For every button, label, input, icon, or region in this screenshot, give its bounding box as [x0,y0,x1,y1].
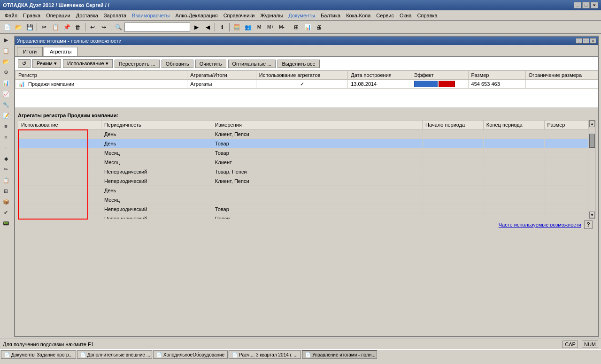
inner-minimize-btn[interactable]: _ [576,38,582,44]
tb-btn-del[interactable]: 🗑 [73,22,83,32]
menu-mutual[interactable]: Взаиморасчеты [129,12,172,19]
sidebar-icon-12[interactable]: ◆ [1,153,11,164]
tb-btn-m2[interactable]: M+ [265,22,276,32]
sidebar-icon-11[interactable]: ≡ [1,143,11,153]
lower-cell-7-1: Месяц [101,195,212,205]
menu-references[interactable]: Справочники [221,12,258,19]
lower-table-row[interactable]: НепериодическийКлиент, Пепси [18,176,589,186]
lower-table-row[interactable]: НепериодическийПепси [18,214,589,219]
sidebar-icon-4[interactable]: ⚙ [1,67,11,77]
sidebar-icon-2[interactable]: 📋 [1,46,11,56]
inner-maximize-btn[interactable]: □ [583,38,589,44]
title-bar: ОТЛАДКА Дуэт 2012 / Шевченко Сергей / / … [0,0,601,10]
tb-btn-copy[interactable]: 📋 [50,22,61,32]
menu-documents[interactable]: Документы [285,12,318,19]
sidebar-icon-5[interactable]: 📊 [1,78,11,88]
sidebar-icon-9[interactable]: ≡ [1,121,11,131]
tb-btn-m3[interactable]: M- [277,22,287,32]
sidebar-icon-13[interactable]: ✏ [1,164,11,174]
taskbar-item-1[interactable]: 📄 Документы Задание прогр... [1,350,76,359]
tb-btn-grid[interactable]: ⊞ [291,22,301,32]
lower-table-row[interactable]: День [18,186,589,195]
scroll-up-btn[interactable]: ▲ [589,121,595,127]
taskbar-item-3[interactable]: 📄 ХолодильноеОборудование [153,350,228,359]
cell-register: 📊 Продажи компании [15,80,187,89]
lower-cell-6-5 [544,186,588,195]
tb-btn-new[interactable]: 📄 [2,22,12,32]
sidebar-icon-10[interactable]: ≡ [1,132,11,142]
menu-help[interactable]: Справка [415,12,440,19]
menu-operations[interactable]: Операции [43,12,73,19]
tab-aggregates[interactable]: Агрегаты [44,47,77,56]
tb2-rebuild-btn[interactable]: Перестроить ... [115,60,160,68]
tb2-optimal-btn[interactable]: Оптимальные ... [228,60,276,68]
sidebar-icon-7[interactable]: 🔧 [1,99,11,110]
lower-scrollbar[interactable]: ▲ ▼ [589,120,595,219]
lower-table-row[interactable]: МесяцКлиент [18,158,589,167]
tb-btn-save[interactable]: 💾 [24,22,35,32]
tb-btn-cut[interactable]: ✂ [39,22,49,32]
tb-btn-redo[interactable]: ↪ [99,22,109,32]
freq-link[interactable]: Часто используемые возможности [499,222,581,228]
tb-btn-open[interactable]: 📂 [13,22,23,32]
inner-close-btn[interactable]: × [590,38,596,44]
scroll-thumb[interactable] [589,134,595,148]
tb-btn-undo[interactable]: ↩ [87,22,98,32]
tb2-selectall-btn[interactable]: Выделить все [277,60,319,68]
lower-table-row[interactable]: Месяц [18,195,589,205]
lower-table-row[interactable]: НепериодическийТовар, Пепси [18,167,589,176]
lower-table-scroll[interactable]: Использование Периодичность Измерения На… [18,120,589,219]
sidebar-icon-6[interactable]: 📈 [1,89,11,99]
tb-btn-back[interactable]: ◀ [202,22,213,32]
minimize-button[interactable]: _ [574,2,581,8]
sidebar-icon-3[interactable]: 📂 [1,56,11,67]
tb-btn-info[interactable]: ℹ [217,22,227,32]
tb-btn-m[interactable]: M [254,22,264,32]
tb2-use-btn[interactable]: Использование ▾ [63,59,113,68]
tb-btn-go[interactable]: ▶ [191,22,201,32]
sidebar-icon-18[interactable]: 📟 [1,218,11,228]
tb-btn-paste[interactable]: 📌 [62,22,72,32]
table-row[interactable]: 📊 Продажи компании Агрегаты ✓ 13.08.2014 [15,80,598,89]
menu-journals[interactable]: Журналы [257,12,285,19]
lower-table-row[interactable]: ДеньТовар [18,139,589,148]
tab-itogi[interactable]: Итоги [17,47,43,56]
menu-delivery[interactable]: Доставка [73,12,101,19]
sidebar-icon-8[interactable]: 📝 [1,110,11,121]
menu-baltika[interactable]: Балтика [318,12,343,19]
taskbar-item-5[interactable]: 📄 Управление итогами - полн... [302,350,377,359]
sidebar-icon-14[interactable]: 📋 [1,175,11,185]
menu-windows[interactable]: Окна [397,12,415,19]
tb-btn-chart[interactable]: 📊 [302,22,313,32]
menu-salary[interactable]: Зарплата [101,12,129,19]
sidebar-icon-16[interactable]: 📦 [1,197,11,207]
close-button[interactable]: × [591,2,598,8]
lower-cell-2-2: Товар [212,148,422,158]
help-button[interactable]: ? [584,220,593,229]
tb2-clear-btn[interactable]: Очистить [195,60,226,68]
tb-btn-calc[interactable]: 🧮 [231,22,242,32]
sidebar-icon-1[interactable]: ▶ [1,35,11,45]
lower-cell-9-1: Непериодический [101,214,212,219]
tb2-refresh-btn[interactable]: ↺ [18,59,31,68]
sidebar-icon-17[interactable]: ✔ [1,207,11,218]
lower-table-row[interactable]: МесяцТовар [18,148,589,158]
tb-search-input[interactable] [124,23,190,32]
lower-table-row[interactable]: НепериодическийТовар [18,205,589,214]
lower-table-row[interactable]: ДеньКлиент, Пепси [18,129,589,139]
maximize-button[interactable]: □ [582,2,590,8]
scroll-down-btn[interactable]: ▼ [589,212,595,218]
tb-btn-search[interactable]: 🔍 [113,22,123,32]
sidebar-icon-15[interactable]: ⊞ [1,186,11,196]
menu-cocacola[interactable]: Кока-Кола [343,12,373,19]
tb-btn-users[interactable]: 👥 [243,22,253,32]
menu-alco[interactable]: Алко-Декларация [172,12,220,19]
tb-btn-print[interactable]: 🖨 [314,22,324,32]
menu-file[interactable]: Файл [2,12,20,19]
menu-edit[interactable]: Правка [20,12,43,19]
menu-service[interactable]: Сервис [373,12,397,19]
taskbar-item-2[interactable]: 📄 Дополнительные внешние ... [77,350,152,359]
tb2-update-btn[interactable]: Обновить [162,60,193,68]
taskbar-item-4[interactable]: 📄 Расч...: 3 квартал 2014 г. ... [229,350,301,359]
tb2-mode-btn[interactable]: Режим ▾ [32,59,61,68]
